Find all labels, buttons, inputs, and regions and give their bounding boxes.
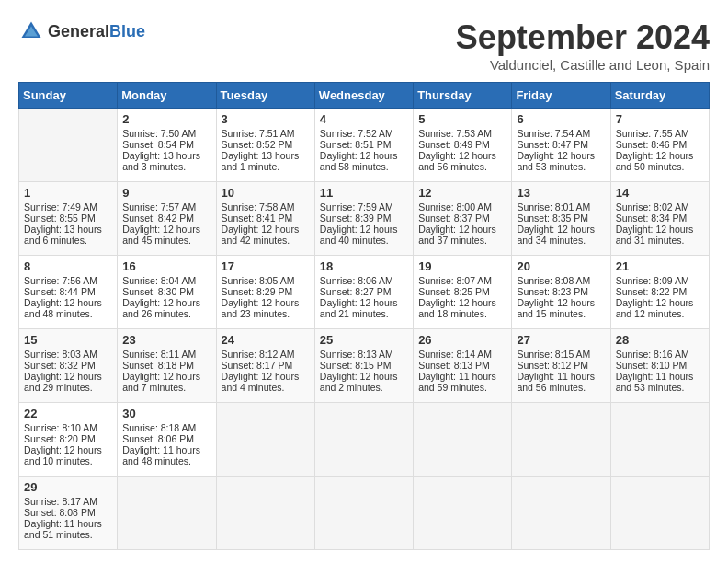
cell-content: Sunrise: 8:13 AM bbox=[320, 349, 408, 360]
calendar-cell: 22Sunrise: 8:10 AMSunset: 8:20 PMDayligh… bbox=[19, 403, 118, 477]
day-number: 6 bbox=[517, 112, 605, 126]
calendar-cell: 5Sunrise: 7:53 AMSunset: 8:49 PMDaylight… bbox=[414, 109, 512, 182]
cell-content: Daylight: 11 hours and 59 minutes. bbox=[418, 371, 506, 393]
cell-content: Sunrise: 8:14 AM bbox=[418, 349, 506, 360]
day-number: 3 bbox=[222, 112, 310, 126]
cell-content: Daylight: 12 hours and 31 minutes. bbox=[616, 224, 704, 246]
calendar-cell: 11Sunrise: 7:59 AMSunset: 8:39 PMDayligh… bbox=[314, 182, 413, 256]
cell-content: Sunrise: 8:07 AM bbox=[418, 275, 506, 286]
calendar-cell: 10Sunrise: 7:58 AMSunset: 8:41 PMDayligh… bbox=[216, 182, 314, 256]
cell-content: Sunrise: 8:04 AM bbox=[122, 275, 210, 286]
cell-content: Sunrise: 8:11 AM bbox=[122, 349, 210, 360]
cell-content: Sunrise: 7:49 AM bbox=[24, 201, 112, 213]
calendar-cell bbox=[216, 403, 314, 477]
cell-content: Sunrise: 7:52 AM bbox=[320, 128, 408, 139]
day-number: 28 bbox=[616, 333, 704, 347]
cell-content: Sunset: 8:39 PM bbox=[320, 213, 408, 224]
calendar-cell bbox=[118, 477, 216, 550]
calendar-cell bbox=[314, 403, 413, 477]
cell-content: Daylight: 12 hours and 58 minutes. bbox=[320, 150, 408, 172]
cell-content: Daylight: 12 hours and 37 minutes. bbox=[418, 224, 506, 246]
cell-content: Sunrise: 8:15 AM bbox=[517, 349, 605, 360]
cell-content: Sunrise: 7:58 AM bbox=[222, 201, 310, 213]
cell-content: Sunset: 8:17 PM bbox=[222, 360, 310, 371]
day-number: 8 bbox=[24, 259, 112, 273]
cell-content: Sunset: 8:29 PM bbox=[222, 286, 310, 297]
calendar-cell: 23Sunrise: 8:11 AMSunset: 8:18 PMDayligh… bbox=[118, 329, 216, 403]
day-number: 26 bbox=[418, 333, 506, 347]
location-title: Valdunciel, Castille and Leon, Spain bbox=[456, 57, 710, 73]
cell-content: Daylight: 13 hours and 1 minute. bbox=[222, 150, 310, 172]
calendar-cell bbox=[19, 109, 118, 182]
cell-content: Daylight: 12 hours and 2 minutes. bbox=[320, 371, 408, 393]
day-number: 9 bbox=[122, 186, 210, 200]
logo-icon bbox=[18, 18, 44, 44]
calendar-cell bbox=[414, 403, 512, 477]
cell-content: Sunset: 8:23 PM bbox=[517, 286, 605, 297]
header-monday: Monday bbox=[118, 83, 216, 109]
calendar-cell: 16Sunrise: 8:04 AMSunset: 8:30 PMDayligh… bbox=[118, 256, 216, 329]
cell-content: Sunrise: 7:51 AM bbox=[222, 128, 310, 139]
week-row-2: 1Sunrise: 7:49 AMSunset: 8:55 PMDaylight… bbox=[19, 182, 710, 256]
cell-content: Sunrise: 8:10 AM bbox=[24, 422, 112, 433]
calendar-cell: 17Sunrise: 8:05 AMSunset: 8:29 PMDayligh… bbox=[216, 256, 314, 329]
calendar-cell bbox=[314, 477, 413, 550]
cell-content: Daylight: 11 hours and 48 minutes. bbox=[122, 444, 210, 466]
calendar-cell bbox=[610, 477, 709, 550]
cell-content: Sunrise: 8:02 AM bbox=[616, 201, 704, 213]
header: GeneralBlue September 2024 Valdunciel, C… bbox=[18, 18, 710, 73]
cell-content: Daylight: 12 hours and 10 minutes. bbox=[24, 444, 112, 466]
cell-content: Sunrise: 8:17 AM bbox=[24, 496, 112, 507]
week-row-4: 15Sunrise: 8:03 AMSunset: 8:32 PMDayligh… bbox=[19, 329, 710, 403]
logo-text: GeneralBlue bbox=[48, 22, 145, 41]
cell-content: Daylight: 12 hours and 21 minutes. bbox=[320, 297, 408, 319]
header-tuesday: Tuesday bbox=[216, 83, 314, 109]
cell-content: Sunrise: 7:54 AM bbox=[517, 128, 605, 139]
day-number: 10 bbox=[222, 186, 310, 200]
calendar-cell: 4Sunrise: 7:52 AMSunset: 8:51 PMDaylight… bbox=[314, 109, 413, 182]
calendar-cell: 18Sunrise: 8:06 AMSunset: 8:27 PMDayligh… bbox=[314, 256, 413, 329]
cell-content: Sunset: 8:13 PM bbox=[418, 360, 506, 371]
cell-content: Sunset: 8:15 PM bbox=[320, 360, 408, 371]
cell-content: Sunset: 8:22 PM bbox=[616, 286, 704, 297]
cell-content: Sunset: 8:10 PM bbox=[616, 360, 704, 371]
day-number: 22 bbox=[24, 407, 112, 420]
cell-content: Sunrise: 8:12 AM bbox=[222, 349, 310, 360]
calendar-cell: 2Sunrise: 7:50 AMSunset: 8:54 PMDaylight… bbox=[118, 109, 216, 182]
cell-content: Daylight: 12 hours and 56 minutes. bbox=[418, 150, 506, 172]
cell-content: Sunset: 8:20 PM bbox=[24, 433, 112, 444]
calendar-cell: 8Sunrise: 7:56 AMSunset: 8:44 PMDaylight… bbox=[19, 256, 118, 329]
cell-content: Daylight: 12 hours and 34 minutes. bbox=[517, 224, 605, 246]
calendar-cell bbox=[414, 477, 512, 550]
day-number: 14 bbox=[616, 186, 704, 200]
calendar-cell: 30Sunrise: 8:18 AMSunset: 8:06 PMDayligh… bbox=[118, 403, 216, 477]
day-number: 19 bbox=[418, 259, 506, 273]
calendar-table: Sunday Monday Tuesday Wednesday Thursday… bbox=[18, 82, 710, 550]
cell-content: Sunset: 8:08 PM bbox=[24, 507, 112, 518]
cell-content: Sunset: 8:32 PM bbox=[24, 360, 112, 371]
cell-content: Sunrise: 8:08 AM bbox=[517, 275, 605, 286]
cell-content: Daylight: 12 hours and 48 minutes. bbox=[24, 297, 112, 319]
cell-content: Sunrise: 7:56 AM bbox=[24, 275, 112, 286]
cell-content: Daylight: 12 hours and 4 minutes. bbox=[222, 371, 310, 393]
week-row-5: 22Sunrise: 8:10 AMSunset: 8:20 PMDayligh… bbox=[19, 403, 710, 477]
cell-content: Sunset: 8:06 PM bbox=[122, 433, 210, 444]
calendar-cell bbox=[512, 477, 610, 550]
day-number: 16 bbox=[122, 259, 210, 273]
cell-content: Daylight: 13 hours and 3 minutes. bbox=[122, 150, 210, 172]
header-saturday: Saturday bbox=[610, 83, 709, 109]
cell-content: Sunrise: 8:05 AM bbox=[222, 275, 310, 286]
day-number: 23 bbox=[122, 333, 210, 347]
calendar-cell: 21Sunrise: 8:09 AMSunset: 8:22 PMDayligh… bbox=[610, 256, 709, 329]
cell-content: Sunrise: 7:59 AM bbox=[320, 201, 408, 213]
calendar-cell: 12Sunrise: 8:00 AMSunset: 8:37 PMDayligh… bbox=[414, 182, 512, 256]
cell-content: Daylight: 12 hours and 50 minutes. bbox=[616, 150, 704, 172]
cell-content: Sunset: 8:30 PM bbox=[122, 286, 210, 297]
header-sunday: Sunday bbox=[19, 83, 118, 109]
header-wednesday: Wednesday bbox=[314, 83, 413, 109]
day-number: 5 bbox=[418, 112, 506, 126]
calendar-cell: 25Sunrise: 8:13 AMSunset: 8:15 PMDayligh… bbox=[314, 329, 413, 403]
week-row-1: 2Sunrise: 7:50 AMSunset: 8:54 PMDaylight… bbox=[19, 109, 710, 182]
day-number: 24 bbox=[222, 333, 310, 347]
logo-blue: Blue bbox=[109, 22, 145, 40]
